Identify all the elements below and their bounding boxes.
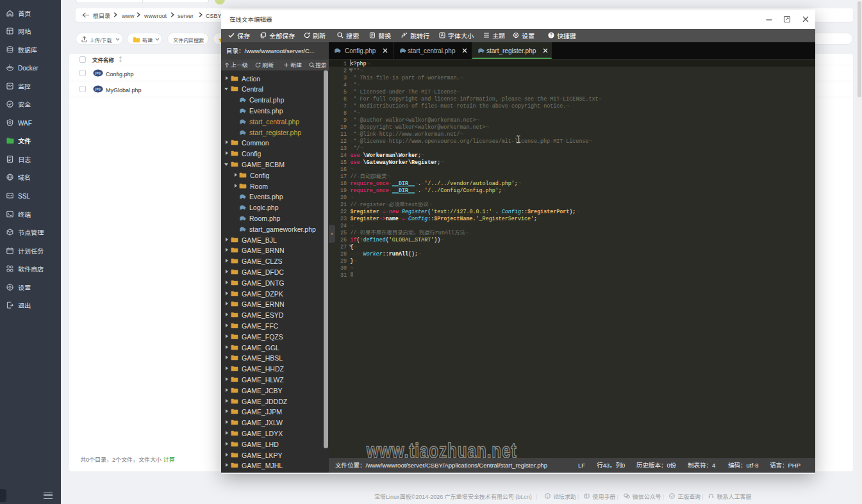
svg-text:php: php xyxy=(95,87,101,91)
svg-text:php: php xyxy=(95,71,101,75)
svg-text:A: A xyxy=(441,33,444,37)
svg-text:?: ? xyxy=(550,33,552,37)
svg-text:i: i xyxy=(547,493,548,499)
